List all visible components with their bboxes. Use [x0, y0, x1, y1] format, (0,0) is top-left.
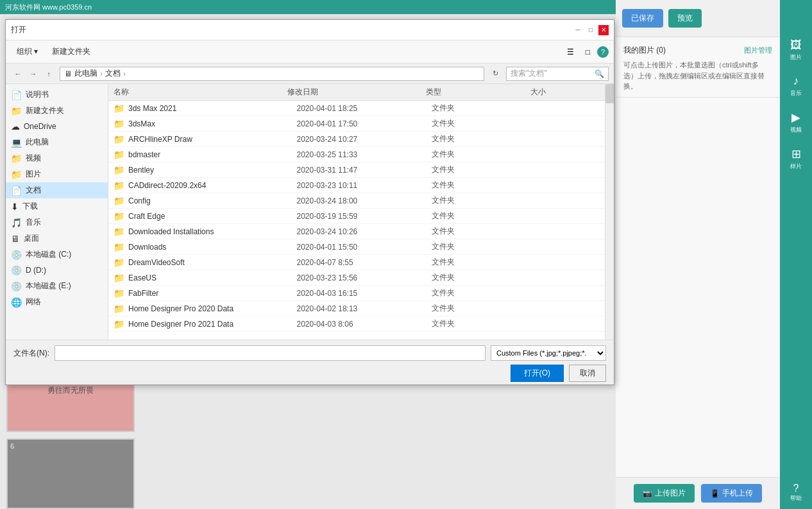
filename-input[interactable] [55, 345, 486, 361]
slide-text-5: 勇往而无所畏 [47, 385, 94, 396]
minimize-button[interactable]: ─ [573, 25, 583, 35]
path-part-documents: 文档 [105, 68, 121, 79]
nav-documents[interactable]: 📄 文档 [6, 182, 108, 198]
file-type-cell: 文件夹 [432, 134, 533, 144]
music-nav-btn[interactable]: ♪ 音乐 [790, 74, 802, 98]
file-type-cell: 文件夹 [432, 180, 533, 191]
path-computer: 🖥 [64, 69, 72, 78]
view-toggle-button[interactable]: ☰ [562, 46, 579, 58]
nav-network[interactable]: 🌐 网络 [6, 294, 108, 310]
file-type-cell: 文件夹 [432, 211, 533, 221]
help-button[interactable]: ? 帮助 [782, 481, 809, 504]
nav-onedrive[interactable]: ☁ OneDrive [6, 119, 108, 134]
close-button[interactable]: ✕ [598, 25, 609, 35]
nav-label-video: 视频 [26, 153, 41, 164]
file-name-cell: DreamVideoSoft [128, 258, 297, 267]
nav-label-documents: 文档 [26, 185, 41, 196]
file-date-cell: 2020-04-01 17:50 [297, 119, 432, 128]
refresh-button[interactable]: ↻ [488, 67, 502, 81]
file-date-cell: 2020-03-31 11:47 [297, 166, 432, 175]
maximize-button[interactable]: □ [586, 25, 596, 35]
folder-icon: 📄 [11, 90, 22, 100]
nav-desktop[interactable]: 🖥 桌面 [6, 230, 108, 246]
help-dialog-button[interactable]: ? [597, 46, 609, 58]
scrollbar-thumb[interactable] [605, 84, 614, 103]
table-row[interactable]: 📁 Downloaded Installations 2020-03-24 10… [108, 224, 605, 239]
file-date-cell: 2020-04-01 18:25 [297, 104, 432, 113]
network-icon: 🌐 [11, 297, 22, 307]
nav-pictures[interactable]: 📁 图片 [6, 166, 108, 182]
table-row[interactable]: 📁 ARCHlineXP Draw 2020-03-24 10:27 文件夹 [108, 132, 605, 147]
table-row[interactable]: 📁 FabFilter 2020-04-03 16:15 文件夹 [108, 286, 605, 301]
file-type-cell: 文件夹 [432, 272, 533, 283]
nav-drive-e[interactable]: 💿 本地磁盘 (E:) [6, 278, 108, 294]
organize-button[interactable]: 组织 ▾ [11, 44, 44, 59]
new-folder-button[interactable]: 新建文件夹 [46, 44, 96, 59]
image-nav-btn[interactable]: 🖼 图片 [790, 39, 802, 62]
file-list-scrollbar[interactable] [605, 84, 614, 340]
file-name-cell: Downloaded Installations [128, 227, 297, 236]
table-row[interactable]: 📁 CADdirect-20209.2x64 2020-03-23 10:11 … [108, 178, 605, 193]
sample-nav-btn[interactable]: ⊞ 样片 [790, 147, 802, 171]
file-name-cell: Bentley [128, 166, 297, 175]
col-header-date: 修改日期 [287, 87, 427, 98]
forward-button[interactable]: → [26, 67, 40, 81]
table-row[interactable]: 📁 3ds Max 2021 2020-04-01 18:25 文件夹 [108, 101, 605, 116]
folder-file-icon: 📁 [114, 257, 124, 268]
preview-button[interactable]: 预览 [668, 9, 702, 28]
table-row[interactable]: 📁 Home Designer Pro 2020 Data 2020-04-02… [108, 301, 605, 316]
folder-file-icon: 📁 [114, 288, 124, 298]
video-nav-btn[interactable]: ▶ 视频 [790, 110, 802, 134]
table-row[interactable]: 📁 bdmaster 2020-03-25 11:33 文件夹 [108, 147, 605, 162]
nav-downloads[interactable]: ⬇ 下载 [6, 198, 108, 214]
nav-video[interactable]: 📁 视频 [6, 150, 108, 166]
cancel-button[interactable]: 取消 [569, 365, 606, 382]
nav-drive-d[interactable]: 💿 D (D:) [6, 263, 108, 278]
file-name-cell: Config [128, 196, 297, 205]
file-type-cell: 文件夹 [432, 149, 533, 160]
file-date-cell: 2020-04-03 16:15 [297, 289, 432, 298]
table-row[interactable]: 📁 Config 2020-03-24 18:00 文件夹 [108, 193, 605, 209]
filetype-select[interactable]: Custom Files (*.jpg;*.pjpeg;*. [491, 345, 606, 361]
mobile-upload-button[interactable]: 📱 手机上传 [701, 484, 762, 503]
folder-icon-2: 📁 [11, 106, 22, 116]
upload-button[interactable]: 📷 上传图片 [634, 484, 695, 503]
col-header-type: 类型 [426, 87, 530, 98]
image-label: 图片 [790, 53, 802, 62]
table-row[interactable]: 📁 EaseUS 2020-03-23 15:56 文件夹 [108, 270, 605, 286]
nav-xinjian[interactable]: 📁 新建文件夹 [6, 103, 108, 119]
table-row[interactable]: 📁 Home Designer Pro 2021 Data 2020-04-03… [108, 316, 605, 332]
table-row[interactable]: 📁 Craft Edge 2020-03-19 15:59 文件夹 [108, 209, 605, 224]
nav-music[interactable]: 🎵 音乐 [6, 214, 108, 230]
search-icon: 🔍 [595, 69, 604, 78]
save-button[interactable]: 已保存 [622, 9, 663, 28]
view-list-button[interactable]: □ [581, 46, 595, 58]
manage-photos-btn[interactable]: 图片管理 [744, 46, 772, 55]
slide-thumb-6[interactable]: 6 [6, 438, 135, 509]
col-header-name[interactable]: 名称 [114, 87, 287, 98]
nav-drive-c[interactable]: 💿 本地磁盘 (C:) [6, 246, 108, 263]
my-photos-section: 我的图片 (0) 图片管理 可点击上传图片，本批量选图（ctrl或shift多选… [616, 37, 780, 98]
back-button[interactable]: ← [11, 67, 25, 81]
address-path[interactable]: 🖥 此电脑 › 文档 › [60, 67, 484, 81]
video-folder-icon: 📁 [11, 153, 22, 164]
search-box[interactable]: 搜索"文档" 🔍 [506, 67, 609, 81]
up-button[interactable]: ↑ [42, 67, 56, 81]
watermark-bar: 河东软件网 www.pc0359.cn [0, 0, 616, 14]
file-type-cell: 文件夹 [432, 195, 533, 206]
open-button[interactable]: 打开(O) [511, 365, 564, 382]
path-separator-2: › [123, 69, 126, 78]
table-row[interactable]: 📁 Downloads 2020-04-01 15:50 文件夹 [108, 239, 605, 255]
nav-computer[interactable]: 💻 此电脑 [6, 134, 108, 150]
path-part-computer: 此电脑 [74, 68, 97, 79]
table-row[interactable]: 📁 3dsMax 2020-04-01 17:50 文件夹 [108, 116, 605, 132]
filename-label: 文件名(N): [13, 348, 49, 359]
table-row[interactable]: 📁 DreamVideoSoft 2020-04-07 8:55 文件夹 [108, 255, 605, 270]
table-row[interactable]: 📁 Bentley 2020-03-31 11:47 文件夹 [108, 162, 605, 178]
dialog-titlebar: 打开 ─ □ ✕ [6, 20, 614, 40]
file-name-cell: Home Designer Pro 2020 Data [128, 304, 297, 313]
path-separator-1: › [100, 69, 103, 78]
file-open-dialog: 打开 ─ □ ✕ 组织 ▾ 新建文件夹 ☰ □ ? ← → ↑ 🖥 此电脑 › … [5, 19, 614, 385]
music-icon: ♪ [793, 74, 799, 88]
nav-shuomingshu[interactable]: 📄 说明书 [6, 87, 108, 103]
